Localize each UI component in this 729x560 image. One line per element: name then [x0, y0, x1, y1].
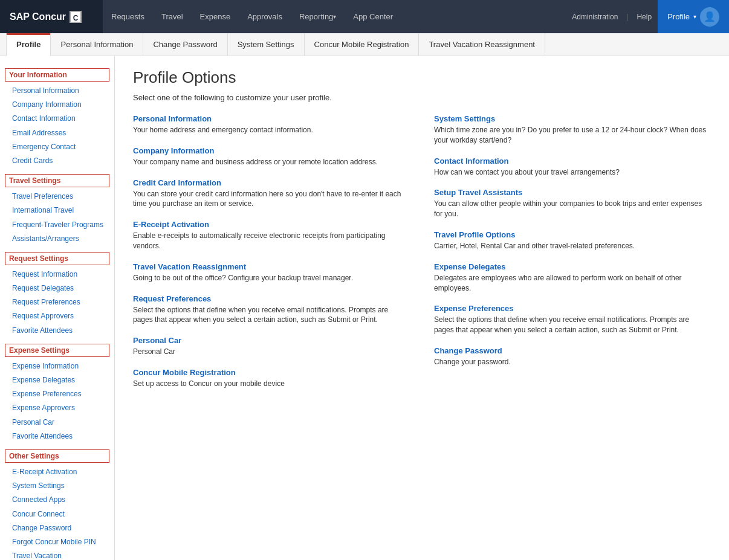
- sidebar-link-favorite-attendees[interactable]: Favorite Attendees: [0, 430, 114, 443]
- option-desc: Carrier, Hotel, Rental Car and other tra…: [434, 241, 711, 251]
- option-item: System SettingsWhich time zone are you i…: [434, 114, 711, 146]
- option-desc: Which time zone are you in? Do you prefe…: [434, 125, 711, 146]
- option-item: Travel Profile OptionsCarrier, Hotel, Re…: [434, 230, 711, 251]
- sidebar-link-forgot-concur-mobile-pin[interactable]: Forgot Concur Mobile PIN: [0, 535, 114, 549]
- nav-link-app-center[interactable]: App Center: [345, 0, 401, 33]
- subnav-tab-personal-information[interactable]: Personal Information: [51, 33, 143, 56]
- nav-link-travel[interactable]: Travel: [153, 0, 192, 33]
- option-title[interactable]: Contact Information: [434, 156, 711, 166]
- profile-button[interactable]: Profile ▾ 👤: [658, 0, 729, 33]
- option-title[interactable]: Expense Delegates: [434, 262, 711, 271]
- divider: |: [624, 13, 630, 21]
- sidebar-section-your-information: Your Information: [5, 68, 109, 82]
- option-desc: How can we contact you about your travel…: [434, 167, 711, 178]
- sidebar-link-credit-cards[interactable]: Credit Cards: [0, 154, 114, 168]
- option-title[interactable]: Setup Travel Assistants: [434, 188, 711, 197]
- option-title[interactable]: Travel Vacation Reassignment: [133, 262, 410, 271]
- option-title[interactable]: Change Password: [434, 346, 711, 355]
- option-desc: Your company name and business address o…: [133, 157, 410, 167]
- brand: SAP Concur C: [0, 0, 103, 33]
- sidebar-section-other-settings: Other Settings: [5, 449, 109, 463]
- option-item: Setup Travel AssistantsYou can allow oth…: [434, 188, 711, 219]
- option-title[interactable]: Company Information: [133, 146, 410, 155]
- profile-dropdown-arrow: ▾: [693, 13, 696, 20]
- sidebar-link-e-receipt-activation[interactable]: E-Receipt Activation: [0, 465, 114, 479]
- option-title[interactable]: Personal Information: [133, 114, 410, 123]
- sidebar-link-request-preferences[interactable]: Request Preferences: [0, 295, 114, 309]
- option-title[interactable]: E-Receipt Activation: [133, 220, 410, 229]
- sidebar-link-personal-information[interactable]: Personal Information: [0, 84, 114, 98]
- option-title[interactable]: Credit Card Information: [133, 178, 410, 187]
- option-item: Expense PreferencesSelect the options th…: [434, 304, 711, 335]
- option-item: Concur Mobile RegistrationSet up access …: [133, 368, 410, 389]
- option-item: Travel Vacation ReassignmentGoing to be …: [133, 262, 410, 283]
- subnav-tab-system-settings[interactable]: System Settings: [228, 33, 305, 56]
- option-desc: Personal Car: [133, 347, 410, 357]
- sidebar-link-request-approvers[interactable]: Request Approvers: [0, 309, 114, 323]
- sidebar-section-expense-settings: Expense Settings: [5, 344, 109, 357]
- nav-links: RequestsTravelExpenseApprovalsReportingA…: [103, 0, 566, 33]
- sidebar-section-travel-settings: Travel Settings: [5, 174, 109, 187]
- subnav-tab-profile[interactable]: Profile: [6, 33, 51, 56]
- option-title[interactable]: Request Preferences: [133, 294, 410, 303]
- sidebar-link-expense-preferences[interactable]: Expense Preferences: [0, 387, 114, 401]
- sidebar-link-expense-delegates[interactable]: Expense Delegates: [0, 373, 114, 387]
- option-title[interactable]: Personal Car: [133, 336, 410, 345]
- page-subtitle: Select one of the following to customize…: [133, 93, 711, 102]
- option-desc: Going to be out of the office? Configure…: [133, 273, 410, 283]
- option-desc: Select the options that define when you …: [434, 315, 711, 335]
- option-item: Request PreferencesSelect the options th…: [133, 294, 410, 326]
- option-desc: You can store your credit card informati…: [133, 189, 410, 210]
- option-title[interactable]: Travel Profile Options: [434, 230, 711, 239]
- nav-link-approvals[interactable]: Approvals: [239, 0, 291, 33]
- help-link[interactable]: Help: [630, 13, 658, 21]
- sidebar-link-system-settings[interactable]: System Settings: [0, 479, 114, 493]
- right-column: System SettingsWhich time zone are you i…: [434, 114, 711, 400]
- option-desc: Set up access to Concur on your mobile d…: [133, 379, 410, 389]
- subnav-tab-travel-vacation-reassignment[interactable]: Travel Vacation Reassignment: [419, 33, 545, 56]
- sidebar-link-connected-apps[interactable]: Connected Apps: [0, 493, 114, 507]
- sidebar-link-favorite-attendees[interactable]: Favorite Attendees: [0, 324, 114, 338]
- sidebar-link-concur-connect[interactable]: Concur Connect: [0, 507, 114, 521]
- sidebar-link-request-delegates[interactable]: Request Delegates: [0, 282, 114, 295]
- option-desc: Change your password.: [434, 357, 711, 367]
- sidebar-link-assistants/arrangers[interactable]: Assistants/Arrangers: [0, 232, 114, 246]
- sidebar-link-request-information[interactable]: Request Information: [0, 268, 114, 282]
- page-title: Profile Options: [133, 68, 711, 87]
- administration-link[interactable]: Administration: [566, 13, 624, 21]
- sidebar-link-email-addresses[interactable]: Email Addresses: [0, 126, 114, 140]
- option-item: Contact InformationHow can we contact yo…: [434, 156, 711, 178]
- sidebar-link-expense-information[interactable]: Expense Information: [0, 359, 114, 373]
- option-item: Credit Card InformationYou can store you…: [133, 178, 410, 210]
- sidebar-link-travel-preferences[interactable]: Travel Preferences: [0, 190, 114, 204]
- options-grid: Personal InformationYour home address an…: [133, 114, 711, 400]
- option-desc: Enable e-receipts to automatically recei…: [133, 231, 410, 251]
- content-area: Profile Options Select one of the follow…: [115, 56, 729, 560]
- subnav-tab-change-password[interactable]: Change Password: [143, 33, 227, 56]
- option-desc: Your home address and emergency contact …: [133, 125, 410, 135]
- profile-btn-label: Profile: [667, 12, 690, 21]
- sidebar-link-travel-vacation-reassignment[interactable]: Travel Vacation Reassignment: [0, 549, 114, 560]
- nav-link-reporting[interactable]: Reporting: [291, 0, 345, 33]
- nav-link-expense[interactable]: Expense: [192, 0, 239, 33]
- option-desc: Delegates are employees who are allowed …: [434, 273, 711, 294]
- left-column: Personal InformationYour home address an…: [133, 114, 410, 400]
- main-container: Your InformationPersonal InformationComp…: [0, 56, 729, 560]
- brand-icon: C: [70, 11, 82, 23]
- sidebar-link-contact-information[interactable]: Contact Information: [0, 112, 114, 126]
- nav-link-requests[interactable]: Requests: [103, 0, 153, 33]
- sidebar-link-expense-approvers[interactable]: Expense Approvers: [0, 401, 114, 415]
- option-item: Change PasswordChange your password.: [434, 346, 711, 367]
- sidebar-link-company-information[interactable]: Company Information: [0, 98, 114, 112]
- option-title[interactable]: Concur Mobile Registration: [133, 368, 410, 377]
- sidebar-link-emergency-contact[interactable]: Emergency Contact: [0, 140, 114, 154]
- option-title[interactable]: System Settings: [434, 114, 711, 123]
- sidebar: Your InformationPersonal InformationComp…: [0, 56, 115, 560]
- sidebar-link-international-travel[interactable]: International Travel: [0, 204, 114, 217]
- sidebar-link-frequent-traveler-programs[interactable]: Frequent-Traveler Programs: [0, 218, 114, 232]
- option-title[interactable]: Expense Preferences: [434, 304, 711, 313]
- sub-navigation: ProfilePersonal InformationChange Passwo…: [0, 33, 729, 56]
- subnav-tab-concur-mobile-registration[interactable]: Concur Mobile Registration: [305, 33, 420, 56]
- sidebar-link-change-password[interactable]: Change Password: [0, 521, 114, 535]
- sidebar-link-personal-car[interactable]: Personal Car: [0, 416, 114, 430]
